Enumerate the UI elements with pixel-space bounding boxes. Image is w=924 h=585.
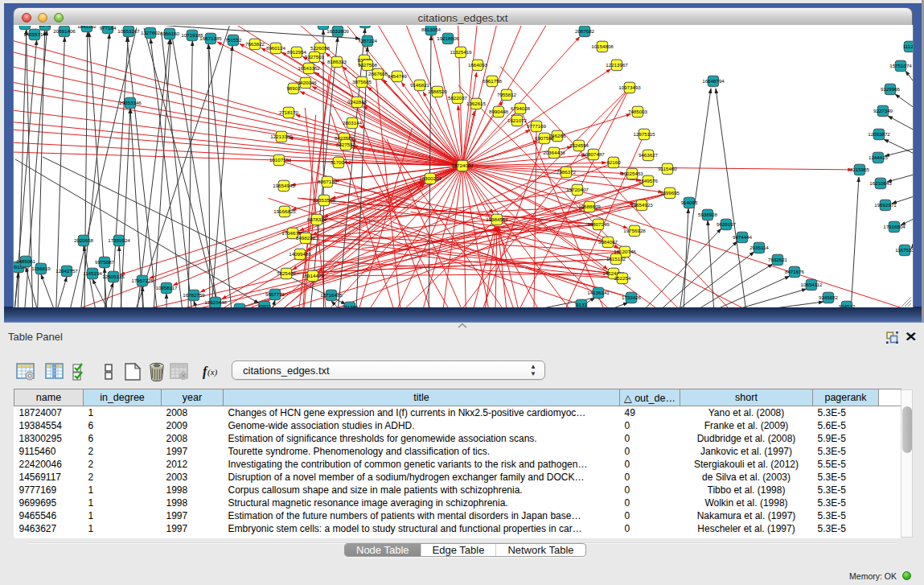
svg-text:1327602: 1327602 <box>141 30 161 35</box>
svg-text:12213389: 12213389 <box>270 134 293 139</box>
svg-text:9245: 9245 <box>234 306 245 307</box>
svg-text:2649576: 2649576 <box>639 178 659 183</box>
svg-text:7625402: 7625402 <box>277 270 297 276</box>
svg-text:9146821: 9146821 <box>410 82 430 88</box>
svg-text:9474444: 9474444 <box>733 234 753 240</box>
svg-text:751552: 751552 <box>225 37 242 43</box>
svg-text:10654112: 10654112 <box>800 282 823 287</box>
svg-text:5938928: 5938928 <box>698 212 718 217</box>
svg-text:16914479: 16914479 <box>302 273 324 278</box>
svg-text:18300203: 18300203 <box>419 175 441 181</box>
svg-text:3624554: 3624554 <box>569 142 589 148</box>
svg-text:3875685: 3875685 <box>352 79 372 84</box>
svg-text:9463627: 9463627 <box>639 152 659 158</box>
svg-text:1615132: 1615132 <box>606 256 626 262</box>
svg-text:8912954: 8912954 <box>287 49 307 55</box>
svg-text:9639197: 9639197 <box>717 221 737 227</box>
svg-text:7663822: 7663822 <box>245 41 265 47</box>
svg-text:5822037: 5822037 <box>448 95 468 101</box>
svg-text:16648794: 16648794 <box>702 78 725 84</box>
svg-text:15720407: 15720407 <box>566 187 589 192</box>
svg-text:7955812: 7955812 <box>497 92 517 97</box>
svg-text:16033809: 16033809 <box>326 28 349 34</box>
svg-text:924512: 924512 <box>839 303 856 307</box>
svg-text:8186323: 8186323 <box>327 59 347 64</box>
svg-text:(x): (x) <box>207 367 218 377</box>
svg-text:8678334: 8678334 <box>307 216 327 222</box>
svg-text:8960124: 8960124 <box>266 45 286 51</box>
svg-text:14136141: 14136141 <box>587 290 610 295</box>
svg-text:83921: 83921 <box>257 303 272 307</box>
svg-text:10688609: 10688609 <box>578 204 601 209</box>
svg-text:9242848: 9242848 <box>347 99 368 105</box>
svg-text:12975115: 12975115 <box>633 131 655 137</box>
svg-text:2020658: 2020658 <box>74 237 94 243</box>
svg-text:8454749: 8454749 <box>388 73 408 79</box>
svg-text:1156819: 1156819 <box>31 266 51 271</box>
svg-text:15751074: 15751074 <box>889 63 912 68</box>
svg-text:9327503: 9327503 <box>305 54 325 60</box>
svg-text:19654945: 19654945 <box>273 183 295 188</box>
svg-text:2245: 2245 <box>39 26 51 27</box>
svg-text:9115460: 9115460 <box>658 166 677 171</box>
svg-text:9227349: 9227349 <box>873 108 893 113</box>
svg-text:1841102: 1841102 <box>77 26 97 29</box>
svg-text:1621072: 1621072 <box>507 117 528 123</box>
svg-text:903310: 903310 <box>315 26 332 27</box>
svg-text:12942757: 12942757 <box>55 268 78 274</box>
svg-text:6966160: 6966160 <box>160 31 180 36</box>
svg-text:8813054: 8813054 <box>421 27 441 32</box>
svg-text:7986372: 7986372 <box>556 169 577 175</box>
svg-text:1588520: 1588520 <box>428 89 448 94</box>
svg-text:29053346: 29053346 <box>119 100 142 105</box>
svg-text:5226058: 5226058 <box>310 45 331 51</box>
svg-text:6907568: 6907568 <box>535 135 555 141</box>
svg-text:14099489: 14099489 <box>289 251 311 257</box>
svg-text:9245652: 9245652 <box>819 295 839 300</box>
svg-text:8267130: 8267130 <box>318 179 338 184</box>
svg-text:8471676: 8471676 <box>785 269 805 274</box>
svg-text:2718170: 2718170 <box>279 109 299 115</box>
svg-text:12213967: 12213967 <box>606 62 628 68</box>
svg-text:19692971: 19692971 <box>874 202 897 208</box>
svg-text:16210643: 16210643 <box>869 180 892 186</box>
svg-text:1167533: 1167533 <box>895 247 913 253</box>
svg-text:1244415: 1244415 <box>869 154 889 160</box>
svg-text:16671385: 16671385 <box>199 35 222 41</box>
svg-text:10025453: 10025453 <box>621 171 643 176</box>
svg-text:9699695: 9699695 <box>660 190 680 196</box>
svg-text:2803144: 2803144 <box>343 120 363 126</box>
svg-text:6961758: 6961758 <box>483 78 503 84</box>
svg-text:2935114: 2935114 <box>749 245 769 250</box>
svg-text:20364436: 20364436 <box>543 150 565 155</box>
svg-text:6794028: 6794028 <box>511 105 531 111</box>
svg-text:9129966: 9129966 <box>881 86 901 92</box>
svg-text:19166825: 19166825 <box>273 208 296 214</box>
svg-text:1010755: 1010755 <box>269 157 290 163</box>
svg-text:12923448: 12923448 <box>204 299 227 305</box>
svg-text:2667608: 2667608 <box>368 71 388 76</box>
svg-text:11325419: 11325419 <box>450 49 472 55</box>
svg-text:7357224: 7357224 <box>358 38 378 43</box>
svg-text:1903557: 1903557 <box>15 26 35 27</box>
svg-text:17016504: 17016504 <box>883 224 906 229</box>
svg-text:3215955: 3215955 <box>850 167 870 172</box>
svg-text:8427552: 8427552 <box>336 142 356 147</box>
svg-text:7632621: 7632621 <box>768 257 788 262</box>
svg-text:1485061: 1485061 <box>16 258 36 264</box>
svg-text:16543362: 16543362 <box>298 65 320 71</box>
svg-text:18807249: 18807249 <box>587 221 610 227</box>
svg-text:19218506: 19218506 <box>437 35 459 41</box>
svg-text:9084067: 9084067 <box>598 239 618 245</box>
svg-text:17359924: 17359924 <box>108 237 130 243</box>
svg-text:5498222: 5498222 <box>296 235 316 241</box>
svg-text:15716485: 15716485 <box>320 292 343 298</box>
svg-text:10807487: 10807487 <box>582 151 605 157</box>
svg-text:1145194: 1145194 <box>83 270 102 276</box>
svg-text:62160: 62160 <box>606 159 621 165</box>
svg-text:12353594: 12353594 <box>313 197 335 203</box>
svg-text:11125: 11125 <box>903 43 913 49</box>
svg-text:977164: 977164 <box>100 26 117 31</box>
svg-text:9657771: 9657771 <box>265 291 285 297</box>
svg-text:1362615: 1362615 <box>466 101 487 106</box>
